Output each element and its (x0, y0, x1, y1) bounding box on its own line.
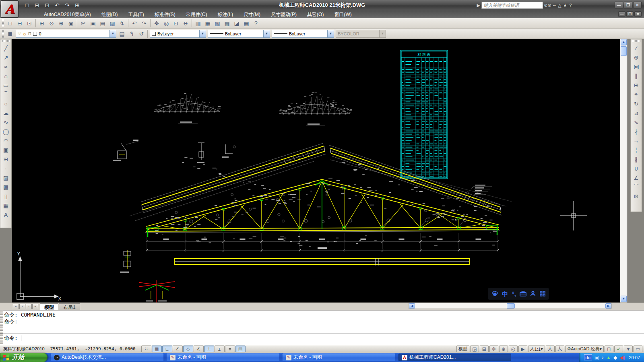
join-icon[interactable]: ∪ (632, 164, 641, 173)
menu-common-parts[interactable]: 常用件(C) (181, 10, 213, 18)
properties-icon[interactable]: ▥ (193, 19, 203, 28)
vertical-scroll-thumb[interactable] (621, 46, 627, 56)
ime-chinese-mode-icon[interactable]: 中 (502, 291, 508, 297)
arc-icon[interactable]: ⌒ (1, 90, 11, 99)
extend-icon[interactable]: → (632, 136, 641, 145)
infocenter-expand-icon[interactable]: ▶ (476, 2, 481, 9)
showmotion-icon[interactable]: ▶ (518, 346, 527, 352)
audio-device-tray-icon[interactable]: ♪ (601, 355, 604, 360)
ime-toolbox-icon[interactable] (520, 291, 526, 297)
first-tab-icon[interactable]: « (13, 304, 19, 309)
doc-close-button[interactable]: ✕ (634, 11, 642, 17)
taskbar-clock[interactable]: 20:07 (629, 355, 640, 360)
open-icon[interactable]: ⊟ (33, 1, 41, 9)
zoom-realtime-icon[interactable]: ◎ (161, 19, 171, 28)
last-tab-icon[interactable]: » (32, 304, 38, 309)
quick-view-drawings-icon[interactable]: ⊟ (480, 346, 489, 352)
clean-screen-icon[interactable]: ▭ (634, 346, 642, 352)
autoscale-icon[interactable]: 人 (555, 346, 564, 352)
layer-combo-dropdown-icon[interactable]: ▼ (109, 30, 116, 37)
command-window-grip[interactable] (0, 311, 3, 345)
scroll-left-icon[interactable]: ◀ (409, 303, 415, 309)
toggle-ortho-icon[interactable]: ∟ (162, 346, 172, 352)
circle-icon[interactable]: ○ (1, 99, 11, 108)
ime-tray-icon[interactable]: du (584, 354, 592, 360)
stretch-icon[interactable]: ⇘ (632, 117, 641, 127)
task-paint-2[interactable]: ✎未命名 - 画图 (283, 354, 395, 361)
offset-icon[interactable]: ∥ (632, 71, 641, 80)
ime-baidu-paw-icon[interactable] (491, 290, 498, 297)
toolbar-grip[interactable] (632, 40, 640, 42)
move-icon[interactable]: ⌖ (632, 90, 641, 99)
menu-others[interactable]: 其它(O) (302, 10, 329, 18)
erase-icon[interactable]: ∕ (632, 43, 641, 53)
security-shield-tray-icon[interactable]: ◆ (613, 355, 617, 360)
linetype-combo-dropdown-icon[interactable]: ▼ (263, 30, 270, 37)
designcenter-icon[interactable]: ▦ (203, 19, 213, 28)
sheetset-manager-icon[interactable]: ▩ (222, 19, 232, 28)
undo-icon[interactable]: ↶ (130, 19, 139, 28)
zoom-magnifier-icon[interactable]: ⊕ (499, 346, 508, 352)
color-combo-dropdown-icon[interactable]: ▼ (199, 30, 206, 37)
subscription-key-icon[interactable]: ∽ (552, 2, 556, 9)
toggle-ducs-icon[interactable]: ⊥ (204, 346, 214, 352)
insert-block-icon[interactable]: ▣ (1, 145, 11, 154)
zoom-window-icon[interactable]: ⊡ (171, 19, 181, 28)
break-icon[interactable]: ∦ (632, 154, 641, 164)
menu-standard-parts[interactable]: 标准件(S) (149, 10, 181, 18)
toggle-dyn-icon[interactable]: ± (215, 346, 225, 352)
coordinate-readout[interactable]: 75571.4301, -21299.8254, 0.0000 (50, 346, 136, 352)
quickcalc-icon[interactable]: ▦ (242, 19, 251, 28)
polyline-icon[interactable]: ≈ (1, 62, 11, 71)
task-cad[interactable]: A机械工程师CAD201... (398, 354, 511, 361)
plot-icon[interactable]: ⊞ (73, 1, 82, 9)
point-icon[interactable]: ∙ (1, 164, 11, 173)
close-button[interactable]: ✕ (633, 2, 642, 8)
model-space-button[interactable]: 模型 (456, 346, 469, 352)
annotation-visibility-icon[interactable]: 人 (546, 346, 555, 352)
ime-user-icon[interactable] (530, 291, 536, 297)
help-icon[interactable]: ? (568, 2, 573, 9)
tab-layout1[interactable]: 布局1 (59, 303, 80, 310)
steering-wheel-icon[interactable]: ◎ (509, 346, 518, 352)
toolbar-grip[interactable] (2, 30, 4, 38)
toggle-polar-icon[interactable]: ∠ (173, 346, 183, 352)
preview-icon[interactable]: ⊙ (47, 19, 56, 28)
chamfer-icon[interactable]: ∠ (632, 173, 641, 182)
command-window[interactable]: 命令: COMMANDLINE 命令: 命令: (0, 310, 644, 345)
favorites-star-icon[interactable]: ★ (563, 2, 567, 9)
save-icon[interactable]: ⊡ (43, 1, 52, 9)
lineweight-combo[interactable]: ByLayer ▼ (272, 30, 334, 38)
make-block-icon[interactable]: ⊞ (1, 154, 11, 164)
match-properties-icon[interactable]: ▨ (107, 19, 117, 28)
plot-icon[interactable]: ⊞ (37, 19, 47, 28)
markup-icon[interactable]: ◪ (232, 19, 242, 28)
performance-tuner-icon[interactable]: ✓ (614, 346, 623, 352)
restore-button[interactable]: ❐ (624, 2, 632, 8)
toolbar-grip[interactable] (2, 19, 4, 27)
layer-states-icon[interactable]: ▤ (117, 29, 127, 38)
menu-tools[interactable]: 工具(T) (123, 10, 149, 18)
menu-window[interactable]: 窗口(W) (329, 10, 357, 18)
pan-hand-icon[interactable]: ✥ (489, 346, 498, 352)
open-icon[interactable]: ⊟ (15, 19, 25, 28)
construction-line-icon[interactable]: ↗ (1, 53, 11, 62)
rotate-icon[interactable]: ↻ (632, 99, 641, 108)
canvas-horizontal-scrollbar[interactable]: ◀ ▶ (409, 303, 612, 309)
toggle-grid-icon[interactable]: ▦ (152, 346, 162, 352)
line-icon[interactable]: ╱ (1, 43, 11, 53)
revision-cloud-icon[interactable]: ☁ (1, 108, 11, 117)
break-at-point-icon[interactable]: ¦ (632, 145, 641, 154)
layer-previous-icon[interactable]: ↺ (136, 29, 146, 38)
polygon-icon[interactable]: ⌂ (1, 71, 11, 80)
ime-grid-icon[interactable] (540, 291, 545, 297)
task-paint-1[interactable]: ✎未命名 - 画图 (167, 354, 279, 361)
scale-icon[interactable]: ⊿ (632, 108, 641, 117)
status-menu-dropdown-icon[interactable]: ▾ (624, 346, 633, 352)
safely-remove-tray-icon[interactable]: ▲ (606, 355, 611, 360)
toolbar-grip[interactable] (2, 40, 10, 42)
annotation-scale-button[interactable]: 人 1:1 ▾ (528, 346, 545, 352)
quick-view-layouts-icon[interactable]: ◲ (470, 346, 479, 352)
menu-draw[interactable]: 绘图(D) (96, 10, 123, 18)
toggle-lwt-icon[interactable]: ≡ (225, 346, 235, 352)
